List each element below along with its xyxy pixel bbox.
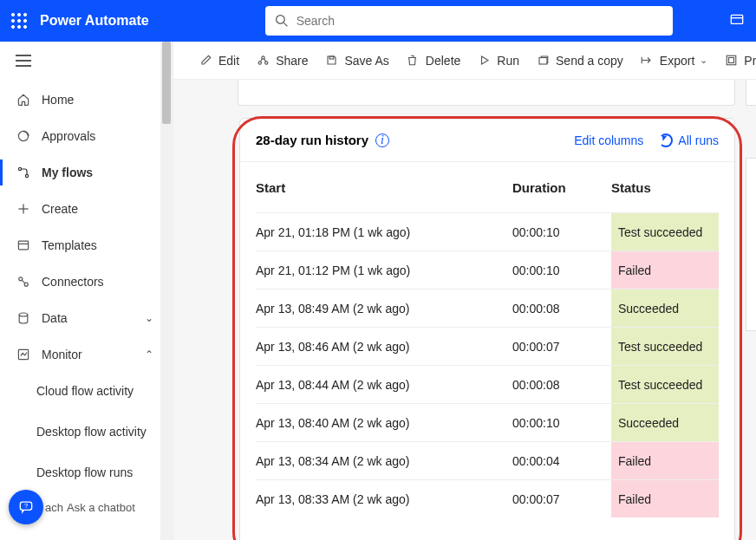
edit-columns-link[interactable]: Edit columns [574, 133, 643, 147]
table-row[interactable]: Apr 13, 08:49 AM (2 wk ago)00:00:08Succe… [256, 289, 719, 327]
cell-start: Apr 13, 08:34 AM (2 wk ago) [256, 454, 512, 468]
trash-icon [405, 53, 420, 68]
table-row[interactable]: Apr 21, 01:12 PM (1 wk ago)00:00:10Faile… [256, 250, 719, 289]
app-launcher-icon[interactable] [10, 12, 28, 29]
flow-toolbar: Edit Share Save As Delete Run Send a cop… [173, 42, 756, 80]
chatbot-icon: ? [9, 490, 43, 524]
sidebar-sub-cloud-flow-activity[interactable]: Cloud flow activity [0, 373, 147, 409]
search-input[interactable] [297, 14, 664, 28]
sidebar-item-connectors[interactable]: Connectors [0, 263, 173, 300]
svg-point-21 [24, 283, 28, 286]
side-card-peek-2 [746, 158, 756, 331]
cell-start: Apr 13, 08:46 AM (2 wk ago) [256, 340, 512, 354]
nav: Home Approvals My flows Create Templates… [0, 80, 173, 491]
col-header-start[interactable]: Start [256, 180, 512, 195]
save-as-button[interactable]: Save As [323, 53, 388, 68]
chevron-down-icon: ⌄ [700, 55, 707, 66]
sidebar-sub-desktop-flow-activity[interactable]: Desktop flow activity [0, 409, 147, 454]
cell-status: Failed [611, 442, 719, 479]
chevron-down-icon: ⌄ [145, 312, 153, 324]
environment-icon[interactable] [728, 12, 746, 29]
process-label: Pro [744, 54, 756, 68]
svg-point-7 [17, 25, 20, 28]
export-button[interactable]: Export ⌄ [639, 53, 707, 68]
delete-label: Delete [426, 54, 460, 68]
pencil-icon [198, 53, 213, 68]
run-button[interactable]: Run [476, 53, 519, 68]
sidebar-item-label: Connectors [42, 275, 104, 289]
export-label: Export [660, 54, 694, 68]
search-box[interactable] [265, 6, 673, 36]
col-header-duration[interactable]: Duration [512, 180, 611, 195]
delete-button[interactable]: Delete [405, 53, 460, 68]
plus-icon [16, 201, 31, 217]
svg-point-28 [258, 62, 261, 64]
content-area: Edit Share Save As Delete Run Send a cop… [173, 42, 756, 540]
table-row[interactable]: Apr 13, 08:34 AM (2 wk ago)00:00:04Faile… [256, 441, 719, 479]
cell-status: Test succeeded [611, 213, 719, 250]
send-copy-button[interactable]: Send a copy [535, 53, 623, 68]
cell-status: Succeeded [611, 290, 719, 327]
sidebar-item-home[interactable]: Home [0, 81, 173, 118]
process-button[interactable]: Pro [723, 53, 756, 68]
table-row[interactable]: Apr 13, 08:40 AM (2 wk ago)00:00:10Succe… [256, 403, 719, 441]
run-label: Run [497, 54, 519, 68]
monitor-icon [16, 347, 31, 362]
cell-duration: 00:00:10 [512, 263, 611, 277]
all-runs-link[interactable]: All runs [659, 133, 719, 147]
chatbot-launcher[interactable]: ? ach Ask a chatbot [9, 490, 135, 524]
sidebar-sub-desktop-flow-runs[interactable]: Desktop flow runs [0, 454, 147, 491]
sidebar-item-create[interactable]: Create [0, 191, 173, 227]
col-header-status[interactable]: Status [611, 180, 719, 195]
cell-status: Failed [611, 480, 719, 517]
svg-point-20 [19, 277, 23, 281]
table-row[interactable]: Apr 21, 01:18 PM (1 wk ago)00:00:10Test … [256, 212, 719, 250]
svg-point-29 [264, 62, 267, 64]
svg-rect-18 [18, 241, 28, 250]
svg-point-0 [11, 13, 14, 16]
cell-status: Test succeeded [611, 366, 719, 403]
cell-duration: 00:00:10 [512, 416, 611, 430]
share-button[interactable]: Share [255, 53, 308, 68]
flows-icon [16, 165, 31, 180]
svg-point-6 [11, 25, 14, 28]
cell-duration: 00:00:08 [512, 302, 611, 316]
svg-marker-31 [481, 56, 488, 64]
sidebar-item-label: Approvals [42, 129, 95, 143]
sidebar-scrollbar[interactable] [160, 42, 173, 540]
brand-title: Power Automate [40, 13, 149, 29]
svg-point-14 [18, 167, 21, 170]
sidebar-item-label: Create [42, 202, 78, 216]
data-icon [16, 310, 31, 326]
play-icon [476, 53, 492, 68]
table-row[interactable]: Apr 13, 08:46 AM (2 wk ago)00:00:07Test … [256, 327, 719, 365]
sidebar-item-label: Home [42, 93, 74, 107]
table-row[interactable]: Apr 13, 08:44 AM (2 wk ago)00:00:08Test … [256, 365, 719, 403]
sidebar-item-label: Monitor [42, 348, 82, 361]
save-icon [323, 53, 339, 68]
svg-rect-30 [329, 56, 334, 59]
svg-point-5 [23, 19, 26, 22]
sidebar-item-data[interactable]: Data ⌄ [0, 300, 173, 336]
table-row[interactable]: Apr 13, 08:33 AM (2 wk ago)00:00:07Faile… [256, 479, 719, 517]
svg-rect-36 [728, 58, 733, 63]
svg-point-9 [276, 16, 284, 24]
sidebar-item-label: Data [42, 311, 68, 325]
sidebar-item-my-flows[interactable]: My flows [0, 154, 173, 191]
hamburger-icon[interactable] [16, 55, 31, 67]
svg-rect-32 [539, 58, 547, 65]
sidebar-item-monitor[interactable]: Monitor ⌃ [0, 336, 173, 373]
chevron-up-icon: ⌃ [145, 348, 153, 361]
cell-duration: 00:00:07 [512, 340, 611, 354]
sidebar: Home Approvals My flows Create Templates… [0, 42, 173, 540]
cell-duration: 00:00:10 [512, 225, 611, 239]
cell-start: Apr 13, 08:40 AM (2 wk ago) [256, 416, 512, 430]
edit-button[interactable]: Edit [198, 53, 239, 68]
svg-point-3 [11, 19, 14, 22]
all-runs-label: All runs [678, 133, 719, 147]
sidebar-item-approvals[interactable]: Approvals [0, 118, 173, 154]
cell-status: Failed [611, 251, 719, 289]
info-icon[interactable]: i [375, 133, 389, 147]
sidebar-item-templates[interactable]: Templates [0, 227, 173, 263]
cell-start: Apr 13, 08:33 AM (2 wk ago) [256, 492, 512, 506]
